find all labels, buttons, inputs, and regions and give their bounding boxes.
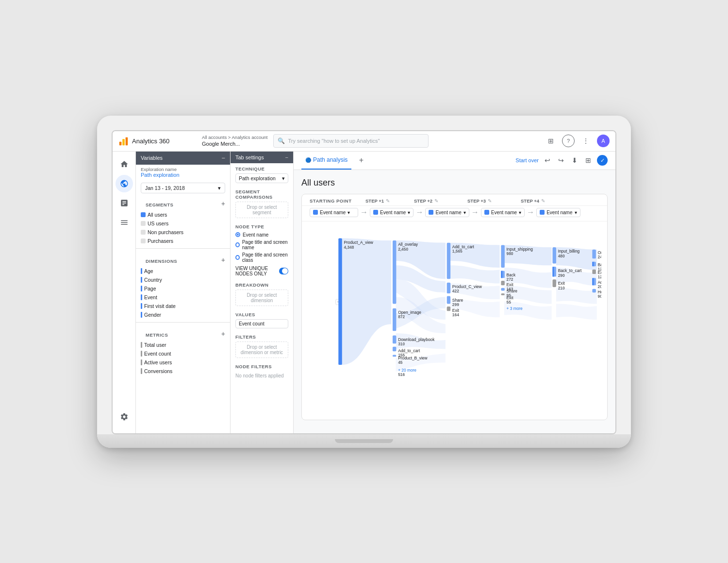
dimension-page[interactable]: Page (136, 284, 230, 293)
node-value-download-playbook: 310 (398, 341, 405, 346)
exploration-name-label: Exploration name (141, 167, 225, 172)
dimension-country[interactable]: Country (136, 275, 230, 284)
metrics-section-header: METRICS + (136, 325, 230, 341)
step4-selector[interactable]: Event name ▾ (536, 208, 580, 217)
sidebar-home-icon[interactable] (116, 155, 133, 173)
node-label-product-a-view: Product_A_view (344, 239, 373, 244)
values-event-count[interactable]: Event count (235, 319, 288, 328)
node-type-event-name[interactable]: Event name (235, 231, 288, 239)
selectors-row: Event name ▾ → Event name ▾ → (302, 206, 607, 222)
technique-selector[interactable]: Path exploration ▾ (235, 173, 288, 183)
step2-edit-icon[interactable]: ✎ (434, 198, 438, 204)
search-icon: 🔍 (278, 137, 285, 144)
metric-total-user[interactable]: Total user (136, 341, 230, 349)
segment-item-purchasers[interactable]: Purchasers (136, 237, 230, 245)
sankey-wrapper: − Product_A_view 4,348 All_overlay 2,450 (302, 222, 607, 420)
unique-nodes-toggle[interactable] (279, 268, 288, 274)
sidebar-reports-icon[interactable] (116, 194, 133, 212)
segment-drop-zone[interactable]: Drop or select segment (235, 202, 288, 218)
dimension-bar-country (141, 277, 142, 283)
arrow-1: → (415, 208, 423, 217)
no-filters-text: No node filters applied (235, 371, 288, 380)
laptop-base (97, 434, 631, 448)
event-selector-icon-4 (540, 210, 545, 215)
step4-selector-label: Event name (546, 210, 572, 215)
arrow-0: → (360, 208, 368, 217)
dimension-first-visit[interactable]: First visit date (136, 302, 230, 310)
metric-active-users[interactable]: Active users (136, 358, 230, 367)
step2-selector[interactable]: Event name ▾ (425, 208, 469, 217)
segment-item-all-users[interactable]: All users (136, 210, 230, 219)
segment-item-non-purchasers[interactable]: Non purchasers (136, 228, 230, 237)
chart-title: All users (301, 178, 608, 188)
sidebar-settings-icon[interactable] (116, 408, 133, 426)
search-bar[interactable]: 🔍 Try searching "how to set up Analytics… (273, 134, 429, 148)
user-avatar[interactable]: A (597, 135, 610, 147)
node-value-exit-3b: 55 (507, 300, 512, 305)
dimension-bar-first-visit (141, 303, 142, 309)
node-value-input-shipping: 980 (507, 251, 513, 256)
chart-container: STARTING POINT STEP +1 ✎ STEP +2 ✎ (301, 194, 608, 420)
step1-chevron: ▾ (408, 210, 410, 215)
more-value-col1: 516 (398, 372, 405, 377)
path-analysis-tab[interactable]: 🔵 Path analysis (301, 152, 351, 170)
add-metric-button[interactable]: + (221, 330, 225, 338)
svg-rect-8 (393, 335, 396, 343)
search-placeholder-text: Try searching "how to set up Analytics" (288, 138, 380, 144)
step1-label: STEP +1 (365, 198, 384, 204)
breakdown-drop-zone[interactable]: Drop or select dimension (235, 290, 288, 306)
add-dimension-button[interactable]: + (221, 256, 225, 264)
step4-edit-icon[interactable]: ✎ (541, 198, 545, 204)
dimension-age[interactable]: Age (136, 267, 230, 275)
date-range-selector[interactable]: Jan 13 - 19, 2018 ▾ (141, 183, 225, 193)
sidebar-explore-icon[interactable] (116, 175, 133, 192)
dimension-gender[interactable]: Gender (136, 310, 230, 319)
node-type-page-title-screen[interactable]: Page title and screen name (235, 239, 288, 251)
dimension-event[interactable]: Event (136, 293, 230, 302)
svg-rect-25 (592, 269, 596, 273)
svg-rect-29 (552, 267, 554, 276)
exploration-name-area: Exploration name Path exploration (136, 165, 230, 181)
variables-minus-icon[interactable]: − (221, 154, 225, 162)
apps-icon-button[interactable]: ⊞ (545, 135, 557, 147)
svg-rect-12 (447, 282, 450, 293)
svg-rect-0 (119, 142, 122, 145)
tab-settings-minus[interactable]: − (285, 154, 288, 160)
step1-edit-icon[interactable]: ✎ (386, 198, 390, 204)
done-button[interactable]: ✓ (597, 155, 608, 166)
exploration-name-value[interactable]: Path exploration (141, 172, 225, 178)
segment-item-us-users[interactable]: US users (136, 219, 230, 228)
node-value-open-image: 872 (398, 314, 405, 319)
svg-rect-1 (122, 139, 125, 145)
step2-chevron: ▾ (463, 210, 466, 215)
starting-point-selector[interactable]: Event name ▾ (310, 208, 358, 217)
add-tab-button[interactable]: + (355, 154, 367, 166)
more-options-button[interactable]: ⋮ (579, 135, 592, 147)
download-button[interactable]: ⬇ (570, 155, 579, 165)
step3-edit-icon[interactable]: ✎ (488, 198, 492, 204)
svg-rect-22 (552, 279, 556, 287)
metric-event-count[interactable]: Event count (136, 349, 230, 358)
svg-rect-11 (447, 242, 450, 278)
svg-rect-19 (501, 293, 504, 295)
node-type-page-title-class[interactable]: Page title and screen class (235, 251, 288, 264)
values-label: VALUES (235, 312, 288, 317)
step1-selector[interactable]: Event name ▾ (370, 208, 414, 217)
svg-rect-28 (501, 271, 502, 278)
redo-button[interactable]: ↪ (556, 155, 566, 165)
dimension-bar-age (141, 268, 142, 274)
step2-label: STEP +2 (414, 198, 432, 204)
help-icon-button[interactable]: ? (562, 135, 575, 147)
grid-view-button[interactable]: ⊞ (583, 155, 593, 165)
segment-label-purchasers: Purchasers (148, 238, 173, 244)
start-over-button[interactable]: Start over (515, 157, 539, 163)
step2-selector-label: Event name (435, 210, 461, 215)
segment-dot-non-purchasers (141, 230, 146, 235)
filters-drop-zone[interactable]: Drop or select dimension or metric (235, 341, 288, 358)
undo-button[interactable]: ↩ (543, 155, 552, 165)
sidebar-configure-icon[interactable] (116, 214, 133, 231)
step3-selector[interactable]: Event name ▾ (481, 208, 525, 217)
metric-conversions[interactable]: Conversions (136, 367, 230, 375)
more-items-col3[interactable]: + 3 more (507, 306, 523, 310)
add-segment-button[interactable]: + (221, 200, 225, 207)
